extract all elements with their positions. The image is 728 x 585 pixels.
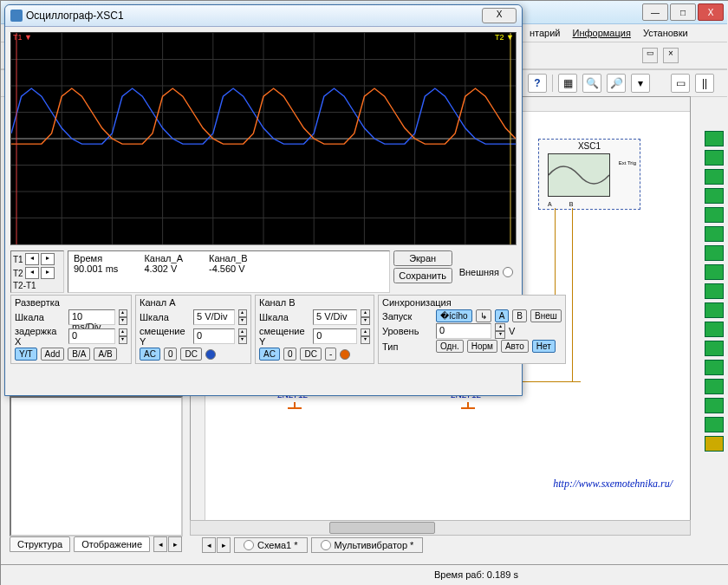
instrument-icon[interactable] <box>705 283 724 299</box>
spin-down-icon[interactable]: ▾ <box>495 331 505 339</box>
spin-up-icon[interactable]: ▴ <box>119 328 128 336</box>
scrollbar-thumb[interactable] <box>329 522 435 534</box>
spin-up-icon[interactable]: ▴ <box>119 309 128 317</box>
spin-down-icon[interactable]: ▾ <box>119 336 128 344</box>
instrument-icon[interactable] <box>705 341 724 356</box>
instrument-icon[interactable] <box>705 264 724 280</box>
instrument-icon[interactable] <box>705 379 724 394</box>
trig-single-button[interactable]: Одн. <box>436 340 464 353</box>
menu-item[interactable]: Информация <box>573 28 631 38</box>
t2-left-icon[interactable]: ◂ <box>25 267 39 279</box>
instrument-icon[interactable] <box>705 226 724 242</box>
readout-values: Время90.001 ms Канал_A4.302 V Канал_B-4.… <box>68 250 390 293</box>
t2-right-icon[interactable]: ▸ <box>41 267 55 279</box>
chevron-down-icon[interactable]: ▾ <box>631 74 650 93</box>
spin-down-icon[interactable]: ▾ <box>238 336 247 344</box>
doc-tab-schema1[interactable]: Схема1 * <box>234 537 308 553</box>
spin-up-icon[interactable]: ▴ <box>238 309 247 317</box>
window-toggle-icon[interactable]: ▭ <box>642 48 658 63</box>
screen-button[interactable]: Экран <box>393 250 452 266</box>
oscilloscope-titlebar[interactable]: Осциллограф-XSC1 X <box>5 5 522 27</box>
mode-ba-button[interactable]: B/A <box>68 348 90 361</box>
zoom-out-icon[interactable]: 🔎 <box>607 74 626 93</box>
instrument-icon[interactable] <box>705 131 724 146</box>
chb-neg-button[interactable]: - <box>325 348 336 361</box>
chb-dc-button[interactable]: DC <box>300 348 321 361</box>
trig-fall-icon[interactable]: ↳ <box>476 309 491 322</box>
instrument-icon[interactable] <box>705 169 724 185</box>
panel-header: Канал A <box>140 297 247 308</box>
trig-a-button[interactable]: A <box>495 309 510 322</box>
spin-up-icon[interactable]: ▴ <box>361 328 370 336</box>
help-icon[interactable]: ? <box>528 74 547 93</box>
component-oscilloscope[interactable]: XSC1 Ext Trig AB <box>538 139 640 210</box>
timebase-delay-input[interactable]: 0 <box>68 328 115 344</box>
instrument-icon[interactable] <box>705 207 724 223</box>
status-bar: Время раб: 0.189 s <box>1 564 728 584</box>
instrument-icon[interactable] <box>705 360 724 375</box>
mode-add-button[interactable]: Add <box>41 348 65 361</box>
instrument-icon[interactable] <box>705 150 724 166</box>
menu-item[interactable]: Установки <box>643 28 688 38</box>
instrument-icon[interactable] <box>705 302 724 318</box>
spin-down-icon[interactable]: ▾ <box>119 317 128 325</box>
chb-zero-button[interactable]: 0 <box>283 348 297 361</box>
trig-ext-button[interactable]: Внеш <box>530 309 562 322</box>
pause-icon[interactable]: || <box>695 74 714 93</box>
close-icon[interactable]: × <box>663 48 679 63</box>
trig-auto-button[interactable]: Авто <box>501 340 529 353</box>
cha-dc-button[interactable]: DC <box>180 348 201 361</box>
scope-display[interactable]: T1 ▼ T2 ▼ <box>10 32 517 245</box>
mode-ab-button[interactable]: A/B <box>94 348 116 361</box>
spin-up-icon[interactable]: ▴ <box>238 328 247 336</box>
cha-scale-input[interactable]: 5 V/Div <box>193 309 235 325</box>
cha-offset-input[interactable]: 0 <box>193 328 235 344</box>
instrument-icon[interactable] <box>705 245 724 261</box>
nav-prev-icon[interactable]: ◂ <box>153 536 167 552</box>
maximize-button[interactable]: □ <box>670 3 696 21</box>
doc-icon <box>321 540 331 550</box>
instrument-icon[interactable] <box>705 322 724 337</box>
structure-panel <box>10 396 183 536</box>
instrument-icon[interactable] <box>705 436 724 452</box>
spin-up-icon[interactable]: ▴ <box>495 323 505 331</box>
chb-ac-button[interactable]: AC <box>259 348 280 361</box>
credit-link[interactable]: http://www.sxemotehnika.ru/ <box>553 478 673 491</box>
view-icon[interactable]: ▦ <box>558 74 577 93</box>
doc-tab-multivibrator[interactable]: Мультивибратор * <box>311 537 424 553</box>
zoom-in-icon[interactable]: 🔍 <box>582 74 601 93</box>
tab-nav-prev-icon[interactable]: ◂ <box>202 537 216 553</box>
trig-none-button[interactable]: Нет <box>532 340 556 353</box>
instrument-icon[interactable] <box>705 188 724 204</box>
trig-b-button[interactable]: B <box>512 309 527 322</box>
menu-item[interactable]: нтарий <box>530 28 561 38</box>
cha-zero-button[interactable]: 0 <box>164 348 178 361</box>
scrollbar-horizontal[interactable] <box>190 520 691 536</box>
timebase-scale-input[interactable]: 10 ms/Div <box>68 309 115 325</box>
tab-nav-next-icon[interactable]: ▸ <box>217 537 231 553</box>
save-button[interactable]: Сохранить <box>393 268 452 283</box>
trig-rise-icon[interactable]: �ícího <box>436 309 472 322</box>
spin-down-icon[interactable]: ▾ <box>361 317 370 325</box>
minimize-button[interactable]: — <box>642 3 668 21</box>
instrument-icon[interactable] <box>705 417 724 432</box>
t1-left-icon[interactable]: ◂ <box>25 253 39 265</box>
nav-next-icon[interactable]: ▸ <box>168 536 182 552</box>
unit-label: V <box>509 326 515 336</box>
trig-norm-button[interactable]: Норм <box>467 340 497 353</box>
spin-down-icon[interactable]: ▾ <box>361 336 370 344</box>
book-icon[interactable]: ▭ <box>671 74 690 93</box>
cha-ac-button[interactable]: AC <box>140 348 160 361</box>
mode-yt-button[interactable]: Y/T <box>15 348 37 361</box>
close-button[interactable]: X <box>482 8 517 23</box>
chb-scale-input[interactable]: 5 V/Div <box>313 309 357 325</box>
chb-offset-input[interactable]: 0 <box>313 328 357 344</box>
tab-structure[interactable]: Структура <box>10 536 70 552</box>
trig-level-input[interactable]: 0 <box>436 323 491 339</box>
spin-up-icon[interactable]: ▴ <box>361 309 370 317</box>
instrument-icon[interactable] <box>705 398 724 413</box>
close-button[interactable]: X <box>698 3 724 21</box>
tab-display[interactable]: Отображение <box>74 536 150 552</box>
spin-down-icon[interactable]: ▾ <box>238 317 247 325</box>
t1-right-icon[interactable]: ▸ <box>41 253 55 265</box>
